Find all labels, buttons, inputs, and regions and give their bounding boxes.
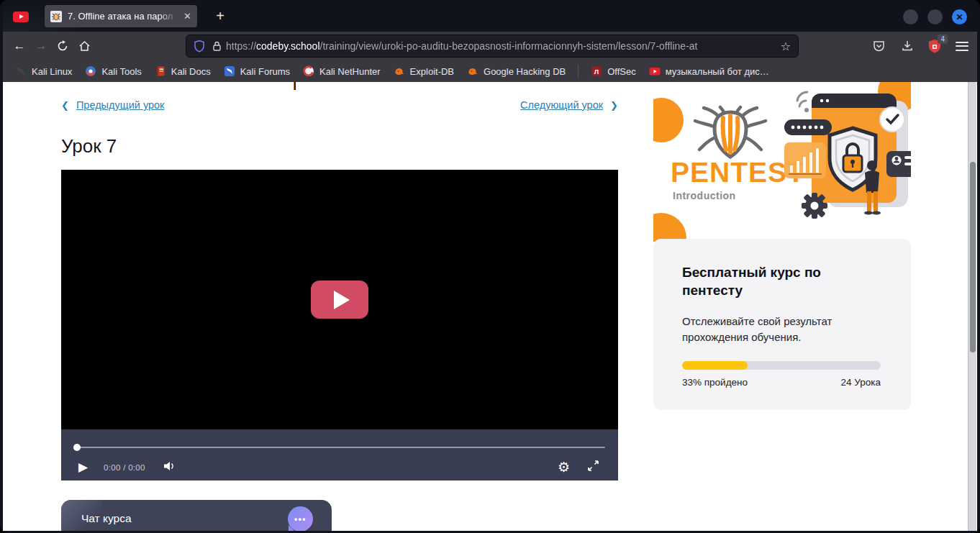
home-icon xyxy=(78,40,91,52)
reload-button[interactable] xyxy=(52,36,73,56)
bookmarks-toolbar: Kali LinuxKali ToolsKali DocsKali Forums… xyxy=(3,60,977,82)
tab-title: 7. Offline атака на парол xyxy=(68,11,179,22)
brand-subtitle: Introduction xyxy=(673,190,736,201)
bookmark-label: Kali NetHunter xyxy=(319,66,381,77)
chat-dots: ••• xyxy=(294,514,307,524)
page-scrollbar[interactable] xyxy=(968,82,976,531)
nav-toolbar: ← → https://codeby.school/training/view/… xyxy=(3,32,977,60)
chat-bubble-icon[interactable]: ••• xyxy=(288,506,313,531)
tab-close-icon[interactable]: ✕ xyxy=(183,11,191,22)
bookmark-label: Google Hacking DB xyxy=(484,66,566,77)
bookmark-label: Kali Forums xyxy=(240,66,290,77)
lesson-navigation: ❮ Предыдущий урок Следующий урок ❯ xyxy=(61,99,618,111)
course-progress-card: Бесплатный курс по пентесту Отслеживайте… xyxy=(653,239,911,410)
bookmark-item[interactable]: музыкальный бот дис… xyxy=(644,63,774,80)
url-path: /training/view/uroki-po-auditu-bezopasno… xyxy=(320,40,698,52)
kali-nethunter-icon xyxy=(303,65,314,77)
home-button[interactable] xyxy=(73,36,95,56)
kali-dragon-icon xyxy=(15,65,27,77)
extension-badge: 4 xyxy=(938,35,948,44)
progress-bar-track xyxy=(682,361,881,370)
bookmark-label: OffSec xyxy=(607,66,636,77)
volume-icon xyxy=(163,460,177,473)
course-sidebar: PENTEST Introduction xyxy=(653,82,911,242)
tracking-protection-shield-icon xyxy=(194,40,205,53)
chevron-left-icon: ❮ xyxy=(61,100,69,111)
time-separator: / xyxy=(123,463,126,472)
maximize-button[interactable] xyxy=(927,9,943,24)
pocket-button[interactable] xyxy=(868,36,889,56)
previous-lesson-link[interactable]: ❮ Предыдущий урок xyxy=(61,99,164,111)
forward-button[interactable]: → xyxy=(30,36,52,56)
close-button[interactable]: ✕ xyxy=(952,9,967,24)
adblocker-extension-button[interactable]: 4 xyxy=(925,36,944,56)
bookmark-label: Kali Linux xyxy=(32,66,72,77)
ghdb-icon xyxy=(467,65,478,77)
bookmark-item[interactable]: Kali Docs xyxy=(150,63,216,80)
fullscreen-icon xyxy=(587,460,599,472)
course-banner: PENTEST Introduction xyxy=(653,82,911,242)
menu-button[interactable] xyxy=(951,36,973,56)
chat-title: Чат курса xyxy=(81,512,132,525)
total-time: 0:00 xyxy=(128,463,145,472)
course-card-description: Отслеживайте свой результат прохождения … xyxy=(682,314,862,345)
lessons-count-label: 24 Урока xyxy=(841,377,881,388)
kali-tools-icon xyxy=(85,65,96,77)
bookmark-item[interactable]: Kali NetHunter xyxy=(298,63,386,80)
play-button[interactable]: ▶ xyxy=(78,460,88,475)
bookmark-label: музыкальный бот дис… xyxy=(666,66,769,77)
bookmark-item[interactable]: Google Hacking DB xyxy=(462,63,571,80)
url-domain: codeby.school xyxy=(256,40,319,52)
fullscreen-button[interactable] xyxy=(587,460,599,475)
browser-window: 7. Offline атака на парол ✕ + ✕ ← → xyxy=(0,0,980,533)
lock-icon xyxy=(212,40,222,52)
scrollbar-thumb[interactable] xyxy=(970,162,976,352)
security-illustration xyxy=(784,85,911,225)
progress-labels: 33% пройдено 24 Урока xyxy=(682,377,881,388)
toolbar-right-icons: 4 xyxy=(868,32,973,60)
bookmark-item[interactable]: Kali Linux xyxy=(10,63,77,80)
seek-handle[interactable] xyxy=(73,444,81,451)
codeby-favicon-icon xyxy=(50,11,62,22)
bookmark-item[interactable]: Exploit-DB xyxy=(389,63,459,80)
youtube-icon xyxy=(13,12,29,22)
tab-bar: 7. Offline атака на парол ✕ + ✕ xyxy=(3,0,977,32)
clipped-heading-fragment xyxy=(294,82,296,90)
bookmark-star-icon[interactable]: ☆ xyxy=(781,40,791,53)
page-viewport: ❮ Предыдущий урок Следующий урок ❯ Урок … xyxy=(3,82,977,531)
bookmark-item[interactable]: Kali Forums xyxy=(219,63,295,80)
bookmarks-separator xyxy=(578,65,579,78)
url-text: https://codeby.school/training/view/urok… xyxy=(226,40,775,52)
big-play-button[interactable] xyxy=(311,281,368,319)
kali-forums-icon xyxy=(224,65,235,77)
video-player: ▶ 0:00 / 0:00 ⚙ xyxy=(61,170,618,480)
seek-bar[interactable] xyxy=(74,447,605,448)
exploit-db-icon xyxy=(394,65,405,77)
orange-circle-decoration xyxy=(653,98,684,142)
bookmark-item[interactable]: Kali Tools xyxy=(80,63,146,80)
video-screen[interactable] xyxy=(61,170,618,429)
svg-text:Л: Л xyxy=(594,68,599,76)
active-tab[interactable]: 7. Offline атака на парол ✕ xyxy=(45,5,197,27)
minimize-button[interactable] xyxy=(903,9,918,24)
settings-button[interactable]: ⚙ xyxy=(558,459,570,475)
current-time: 0:00 xyxy=(104,463,121,472)
bookmark-label: Kali Tools xyxy=(101,66,141,77)
bookmark-item[interactable]: ЛOffSec xyxy=(586,63,641,80)
chevron-right-icon: ❯ xyxy=(610,100,618,111)
previous-lesson-label: Предыдущий урок xyxy=(76,99,165,111)
course-chat-widget[interactable]: Чат курса ••• xyxy=(61,500,332,531)
downloads-button[interactable] xyxy=(897,36,918,56)
next-lesson-link[interactable]: Следующий урок ❯ xyxy=(520,99,618,111)
new-tab-button[interactable]: + xyxy=(210,6,230,26)
pocket-icon xyxy=(873,40,885,52)
volume-button[interactable] xyxy=(163,460,177,475)
download-icon xyxy=(902,40,913,52)
kali-docs-icon xyxy=(155,65,166,77)
orange-circle-decoration xyxy=(653,213,686,242)
player-controls-row: ▶ 0:00 / 0:00 ⚙ xyxy=(61,454,618,480)
back-button[interactable]: ← xyxy=(9,36,30,56)
pinned-tab-youtube[interactable] xyxy=(12,10,30,23)
bookmark-label: Exploit-DB xyxy=(410,66,454,77)
url-bar[interactable]: https://codeby.school/training/view/urok… xyxy=(186,35,799,58)
